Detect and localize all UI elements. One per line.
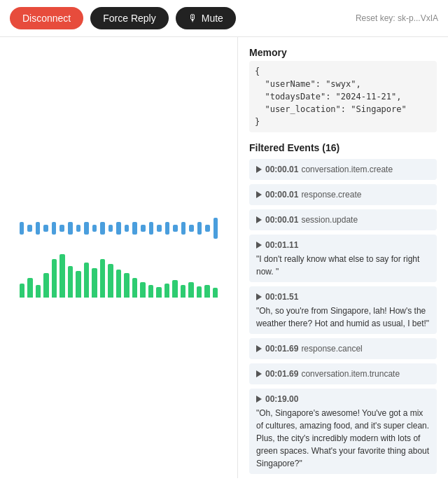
freq-bar: [43, 273, 49, 298]
event-type: response.cancel: [301, 344, 362, 354]
event-item[interactable]: 00:01.51"Oh, so you're from Singapore, l…: [249, 286, 437, 334]
wave-bar: [92, 225, 97, 232]
freq-bars: [20, 249, 218, 298]
play-icon: [256, 396, 262, 403]
event-type: session.update: [301, 215, 358, 225]
freq-bar: [52, 259, 57, 298]
memory-section: Memory { "userName": "swyx", "todaysDate…: [249, 47, 437, 132]
event-text: "Oh, so you're from Singapore, lah! How'…: [256, 305, 430, 330]
freq-bar: [132, 278, 138, 298]
memory-title: Memory: [249, 47, 437, 58]
freq-bar: [188, 282, 194, 298]
main-layout: Memory { "userName": "swyx", "todaysDate…: [0, 37, 448, 478]
freq-bar: [197, 286, 202, 298]
disconnect-button[interactable]: Disconnect: [10, 7, 83, 29]
event-timestamp: 00:00.01: [265, 215, 298, 225]
wave-bar: [27, 225, 32, 232]
play-icon: [256, 216, 262, 223]
wave-bar: [141, 225, 146, 232]
wave-bar: [205, 225, 210, 232]
freq-bar: [59, 254, 65, 298]
event-item[interactable]: 00:01.69response.cancel: [249, 338, 437, 359]
wave-bar: [214, 218, 218, 239]
event-timestamp: 00:19.00: [265, 394, 298, 404]
wave-bar: [189, 225, 194, 232]
freq-bar: [164, 284, 170, 298]
wave-bar: [116, 222, 121, 235]
wave-bars: [20, 218, 218, 239]
wave-bar: [181, 222, 186, 235]
mute-button[interactable]: 🎙 Mute: [176, 7, 236, 29]
wave-bar: [157, 225, 162, 232]
event-timestamp: 00:01.51: [265, 292, 298, 302]
freq-bar: [140, 282, 146, 298]
event-item[interactable]: 00:01.69conversation.item.truncate: [249, 363, 437, 384]
right-panel: Memory { "userName": "swyx", "todaysDate…: [238, 37, 448, 478]
event-timestamp: 00:00.01: [265, 165, 298, 174]
mute-icon: 🎙: [188, 13, 198, 24]
force-reply-button[interactable]: Force Reply: [90, 7, 168, 29]
freq-bar: [204, 285, 210, 298]
wave-bar: [165, 222, 170, 235]
event-timestamp: 00:01.69: [265, 344, 298, 354]
event-type: response.create: [301, 190, 361, 200]
freq-bar: [27, 278, 33, 298]
reset-key-label: Reset key: sk-p...VxIA: [356, 13, 438, 23]
events-list: 00:00.01conversation.item.create00:00.01…: [249, 159, 437, 478]
event-timestamp: 00:00.01: [265, 190, 298, 200]
freq-bar: [84, 263, 90, 298]
freq-bar: [172, 280, 178, 298]
wave-bar: [173, 225, 178, 232]
freq-bar: [181, 285, 186, 298]
wave-bar: [197, 222, 202, 235]
freq-bar: [20, 284, 25, 298]
play-icon: [256, 166, 262, 173]
wave-bar: [43, 225, 48, 232]
wave-bar: [20, 222, 24, 235]
freq-bar: [213, 288, 218, 298]
wave-bar: [84, 222, 89, 235]
freq-bar: [124, 273, 130, 298]
header: Disconnect Force Reply 🎙 Mute Reset key:…: [0, 0, 448, 37]
wave-bar: [76, 225, 81, 232]
wave-bar: [36, 222, 41, 235]
wave-bar: [52, 222, 57, 235]
event-type: conversation.item.create: [301, 165, 393, 174]
visualizer-panel: [0, 37, 238, 478]
event-text: "Oh, Singapore's awesome! You've got a m…: [256, 407, 430, 470]
event-text: "I don't really know what else to say fo…: [256, 253, 430, 278]
freq-bar: [156, 287, 162, 298]
freq-bar: [148, 285, 154, 298]
play-icon: [256, 293, 262, 300]
memory-code: { "userName": "swyx", "todaysDate": "202…: [249, 61, 437, 132]
event-type: conversation.item.truncate: [301, 369, 400, 379]
visualizer: [8, 218, 229, 298]
event-item[interactable]: 00:00.01conversation.item.create: [249, 159, 437, 180]
play-icon: [256, 242, 262, 249]
wave-bar: [59, 225, 64, 232]
freq-bar: [100, 259, 106, 298]
filtered-events-title: Filtered Events (16): [249, 142, 437, 153]
event-item[interactable]: 00:01.11"I don't really know what else t…: [249, 235, 437, 282]
event-timestamp: 00:01.69: [265, 369, 298, 379]
freq-bar: [92, 268, 97, 298]
play-icon: [256, 345, 262, 352]
wave-bar: [149, 222, 154, 235]
wave-bar: [125, 225, 130, 232]
event-item[interactable]: 00:00.01response.create: [249, 184, 437, 205]
wave-bar: [68, 222, 73, 235]
event-timestamp: 00:01.11: [265, 240, 298, 250]
wave-bar: [100, 222, 105, 235]
freq-bar: [36, 285, 41, 298]
event-item[interactable]: 00:19.00"Oh, Singapore's awesome! You've…: [249, 389, 437, 474]
freq-bar: [108, 264, 113, 298]
wave-bar: [132, 222, 137, 235]
freq-bar: [116, 270, 122, 298]
mute-label: Mute: [202, 13, 223, 24]
play-icon: [256, 370, 262, 377]
freq-bar: [76, 271, 81, 298]
play-icon: [256, 191, 262, 198]
freq-bar: [68, 266, 74, 298]
wave-bar: [108, 225, 113, 232]
event-item[interactable]: 00:00.01session.update: [249, 209, 437, 230]
